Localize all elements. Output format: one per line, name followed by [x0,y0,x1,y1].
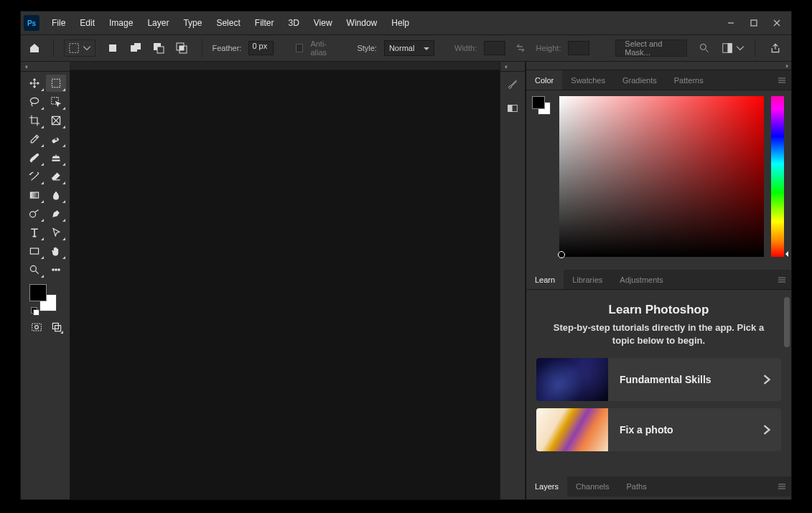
menu-layer[interactable]: Layer [141,15,175,31]
history-brush-tool[interactable] [24,168,45,185]
svg-rect-5 [109,44,116,52]
eraser-tool[interactable] [46,168,66,185]
tutorial-card[interactable]: Fundamental Skills [536,358,781,401]
collapsed-panel-strip: ‹‹ [500,62,526,499]
hue-slider[interactable] [771,96,784,257]
color-tab-swatches[interactable]: Swatches [562,70,614,90]
svg-rect-29 [30,248,38,254]
style-select[interactable]: Normal [384,40,434,56]
menu-select[interactable]: Select [210,15,246,31]
learn-scrollbar[interactable] [784,297,790,469]
learn-panel-menu-icon[interactable] [773,270,791,289]
blur-tool[interactable] [46,187,66,204]
selection-subtract-icon[interactable] [149,38,169,58]
menu-file[interactable]: File [45,15,72,31]
menu-help[interactable]: Help [385,15,416,31]
svg-line-31 [36,271,39,274]
window-controls [719,14,788,32]
hand-tool[interactable] [46,243,66,260]
app-logo: Ps [24,15,39,31]
brush-tool[interactable] [24,149,45,166]
color-tab-patterns[interactable]: Patterns [666,70,712,90]
menu-3d[interactable]: 3D [281,15,305,31]
clone-stamp-tool[interactable] [46,149,66,166]
foreground-background-swatch[interactable] [29,284,60,313]
learn-tab-learn[interactable]: Learn [526,270,564,289]
color-panel: ColorSwatchesGradientsPatterns [526,70,791,270]
menu-filter[interactable]: Filter [248,15,281,31]
selection-new-icon[interactable] [103,38,123,58]
feather-input[interactable]: 0 px [248,41,273,55]
properties-panel-icon[interactable] [500,96,525,121]
move-tool[interactable] [24,75,45,92]
search-icon[interactable] [694,38,714,58]
rectangular-marquee-tool[interactable] [46,75,66,92]
layers-panel-menu-icon[interactable] [773,476,791,496]
collapse-panels-icon[interactable]: ›› [785,62,787,70]
zoom-tool[interactable] [24,261,45,278]
gradient-tool[interactable] [24,187,45,204]
tutorial-label: Fundamental Skills [608,374,752,385]
menu-view[interactable]: View [307,15,339,31]
expand-strip-icon[interactable]: ‹‹ [505,63,506,70]
object-selection-tool[interactable] [46,93,66,110]
workspace-switcher[interactable] [722,42,745,54]
brushes-panel-icon[interactable] [500,72,525,96]
layers-panel: LayersChannelsPaths [526,476,791,499]
tutorial-card[interactable]: Fix a photo [536,408,781,451]
svg-rect-1 [751,20,757,26]
learn-tab-libraries[interactable]: Libraries [564,270,611,289]
menu-window[interactable]: Window [340,15,384,31]
type-tool[interactable] [24,224,45,241]
home-button[interactable] [27,38,43,58]
svg-point-34 [58,269,60,270]
color-tab-gradients[interactable]: Gradients [614,70,666,90]
color-panel-menu-icon[interactable] [773,70,791,90]
edit-toolbar-button[interactable] [46,261,66,278]
color-tab-color[interactable]: Color [526,70,562,90]
layers-tab-paths[interactable]: Paths [618,476,655,496]
pen-tool[interactable] [46,205,66,222]
svg-point-13 [700,44,706,50]
current-tool-preset[interactable] [64,39,95,57]
saturation-value-field[interactable] [559,96,764,257]
svg-rect-9 [157,47,164,53]
dodge-tool[interactable] [24,205,45,222]
svg-rect-35 [32,324,42,331]
color-panel-swatch[interactable] [532,96,552,116]
lasso-tool[interactable] [24,93,45,110]
svg-point-18 [30,98,38,103]
foreground-chip[interactable] [532,96,545,109]
menu-bar: Ps FileEditImageLayerTypeSelectFilter3DV… [21,11,791,34]
maximize-button[interactable] [742,14,765,32]
eyedropper-tool[interactable] [24,131,45,148]
learn-panel: LearnLibrariesAdjustments Learn Photosho… [526,270,791,476]
quick-mask-icon[interactable] [29,320,44,334]
learn-tab-adjustments[interactable]: Adjustments [611,270,672,289]
svg-point-36 [35,326,39,329]
healing-brush-tool[interactable] [46,131,66,148]
default-colors-icon[interactable] [31,307,38,314]
layers-tab-layers[interactable]: Layers [526,476,567,496]
screen-mode-icon[interactable] [50,320,64,334]
width-input [484,41,505,55]
crop-tool[interactable] [24,112,45,129]
rectangle-tool[interactable] [24,243,45,260]
selection-intersect-icon[interactable] [172,38,192,58]
minimize-button[interactable] [719,14,742,32]
menu-edit[interactable]: Edit [73,15,101,31]
learn-subtitle: Step-by-step tutorials directly in the a… [536,321,781,347]
selection-add-icon[interactable] [126,38,146,58]
layers-tab-channels[interactable]: Channels [567,476,617,496]
path-selection-tool[interactable] [46,224,66,241]
close-button[interactable] [765,14,788,32]
foreground-color[interactable] [29,284,47,301]
app-body: ‹‹ [21,62,791,499]
feather-label: Feather: [212,44,241,52]
menu-type[interactable]: Type [177,15,208,31]
frame-tool[interactable] [46,112,66,129]
collapse-toolbox-icon[interactable]: ‹‹ [25,63,27,70]
share-icon[interactable] [765,38,785,58]
select-and-mask-button[interactable]: Select and Mask... [615,39,687,57]
menu-image[interactable]: Image [103,15,139,31]
